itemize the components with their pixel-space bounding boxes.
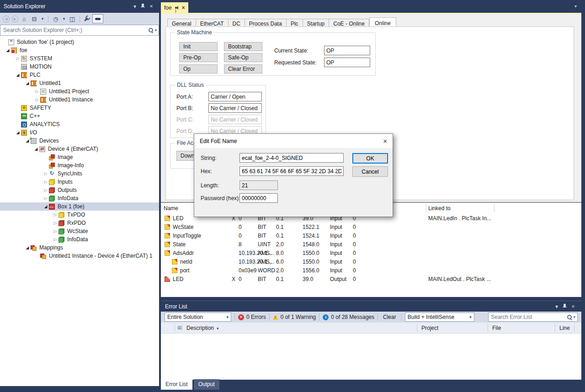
pending-changes-filter-icon[interactable]: ◷ [52, 15, 60, 23]
port-a-field[interactable] [208, 92, 262, 101]
forward-icon[interactable]: ▶ [11, 16, 18, 22]
tree-item[interactable]: ◢ Device 4 (EtherCAT) [0, 145, 159, 153]
tab-error-list[interactable]: Error List [161, 379, 192, 390]
document-tab-foe[interactable]: foe × [161, 2, 188, 13]
tree-item[interactable]: Untitled1 Instance - Device 4 (EtherCAT)… [0, 252, 159, 260]
tree-expander-icon[interactable]: ▷ [43, 180, 49, 184]
search-input[interactable] [0, 27, 148, 33]
error-search-input[interactable] [489, 314, 567, 320]
tree-expander-icon[interactable]: ◢ [33, 147, 39, 151]
close-icon[interactable]: × [569, 303, 577, 310]
source-filter-dropdown[interactable]: Build + IntelliSense ▾ [405, 313, 474, 322]
preview-selected-items-icon[interactable] [92, 14, 103, 23]
sync-with-active-document-icon[interactable]: ◫ [68, 15, 76, 23]
tree-item[interactable]: ▷ RxPDO [0, 219, 159, 227]
tree-item[interactable]: ▷ InfoData [0, 194, 159, 202]
column-separator[interactable] [426, 204, 426, 212]
hex-field[interactable] [239, 166, 344, 176]
collapse-all-icon[interactable]: ⊟ [30, 15, 38, 23]
tree-expander-icon[interactable]: ◢ [15, 73, 21, 77]
tree-expander-icon[interactable]: ◢ [43, 204, 49, 209]
tree-item[interactable]: ANALYTICS [0, 120, 159, 128]
window-position-icon[interactable]: ▾ [553, 303, 561, 310]
tree-expander-icon[interactable]: ▷ [43, 188, 49, 192]
password-field[interactable] [239, 193, 278, 203]
port-b-field[interactable] [208, 103, 262, 113]
tree-item[interactable]: ◢ I/O [0, 128, 159, 137]
tree-expander-icon[interactable]: ◢ [24, 81, 31, 85]
tree-expander-icon[interactable]: ▷ [43, 171, 49, 176]
tree-expander-icon[interactable]: ▷ [15, 56, 21, 61]
tree-expander-icon[interactable]: ▷ [34, 97, 40, 102]
tree-item[interactable]: ◢ Devices [0, 137, 159, 145]
tree-item[interactable]: ▷ TxPDO [0, 211, 159, 219]
tree-item[interactable]: ◢ Box 1 (foe) [0, 202, 159, 211]
tree-item[interactable]: Solution 'foe' (1 project) [0, 38, 159, 46]
file-column-header[interactable]: File [492, 325, 501, 331]
tree-expander-icon[interactable]: ▷ [52, 221, 58, 225]
tree-item[interactable]: ▷ WcState [0, 227, 159, 235]
clear-error-button[interactable]: Clear Error [224, 64, 262, 74]
search-dropdown-icon[interactable]: ▾ [154, 28, 157, 32]
tree-item[interactable]: ▷ SyncUnits [0, 170, 159, 178]
current-state-field[interactable] [324, 46, 370, 55]
clear-button[interactable]: Clear [381, 314, 398, 320]
tree-item[interactable]: ◢ foe [0, 46, 159, 54]
tree-item[interactable]: ▷ Untitled1 Project [0, 87, 159, 95]
tree-expander-icon[interactable]: ◢ [5, 48, 11, 53]
tree-item[interactable]: ▷ InfoData [0, 235, 159, 244]
variable-row[interactable]: netId 10.193.20.1... AMS... 6.0 1550.0 I… [161, 258, 581, 266]
requested-state-field[interactable] [324, 58, 370, 67]
tree-item[interactable]: C++ [0, 112, 159, 120]
name-column-header[interactable]: Name [164, 205, 178, 212]
cancel-button[interactable]: Cancel [352, 166, 388, 177]
project-column-header[interactable]: Project [421, 325, 438, 331]
tree-item[interactable]: ▷ Untitled1 Instance [0, 95, 159, 104]
column-separator[interactable] [494, 204, 495, 212]
variable-row[interactable]: InputToggle 0 BIT 0.1 1524.1 Input 0 [161, 232, 581, 240]
messages-filter-button[interactable]: i 0 of 28 Messages [323, 314, 374, 320]
tree-expander-icon[interactable]: ▷ [34, 89, 40, 94]
string-field[interactable] [239, 153, 344, 163]
variable-row[interactable]: LED X 0 BIT 0.1 39.0 Output 0 MAIN.LedOu… [161, 275, 581, 284]
line-column-header[interactable]: Line [559, 325, 570, 331]
op-button[interactable]: Op [179, 64, 218, 74]
search-icon[interactable] [567, 314, 572, 320]
variable-row[interactable]: AdsAddr 10.193.20.1... AMS... 8.0 1550.0… [161, 249, 581, 258]
tab-output[interactable]: Output [194, 379, 219, 390]
pin-icon[interactable] [562, 303, 568, 310]
close-icon[interactable]: × [147, 3, 155, 10]
tree-expander-icon[interactable]: ▷ [52, 229, 58, 233]
home-icon[interactable]: ⌂ [20, 15, 28, 23]
tree-item[interactable]: Image-Info [0, 161, 159, 170]
close-icon[interactable]: × [383, 137, 387, 145]
tree-item[interactable]: ◢ Untitled1 [0, 79, 159, 87]
tree-expander-icon[interactable]: ▷ [52, 212, 58, 217]
close-icon[interactable]: × [182, 5, 185, 11]
search-icon[interactable] [148, 27, 154, 33]
pin-icon[interactable] [175, 5, 179, 10]
warnings-filter-button[interactable]: 0 of 1 Warning [273, 314, 316, 320]
pin-icon[interactable] [140, 3, 146, 10]
tree-expander-icon[interactable]: ◢ [15, 130, 21, 135]
tree-item[interactable]: ◢ PLC [0, 71, 159, 79]
tree-expander-icon[interactable]: ▷ [52, 237, 58, 242]
category-sort-icon[interactable]: ▤ [177, 325, 181, 330]
safe-op-button[interactable]: Safe-Op [224, 53, 262, 62]
init-button[interactable]: Init [179, 42, 218, 51]
description-column-header[interactable]: Description▾ [186, 325, 219, 331]
variable-row[interactable]: WcState 0 BIT 0.1 1522.1 Input 0 [161, 223, 581, 232]
tree-expander-icon[interactable]: ▷ [43, 196, 49, 201]
ok-button[interactable]: OK [352, 153, 388, 164]
scope-filter-dropdown[interactable]: Entire Solution ▾ [165, 313, 231, 322]
tree-item[interactable]: Image [0, 153, 159, 161]
tree-expander-icon[interactable]: ◢ [24, 245, 31, 250]
tree-item[interactable]: ▷ Outputs [0, 186, 159, 194]
filter-dropdown-icon[interactable]: ▾ [62, 15, 66, 23]
variable-row[interactable]: port 0x03e9 WORD 2.0 1556.0 Input 0 [161, 266, 581, 275]
search-dropdown-icon[interactable]: ▾ [573, 315, 575, 319]
window-position-icon[interactable]: ▾ [131, 3, 139, 10]
collapse-all-dropdown-icon[interactable]: ▾ [40, 15, 45, 23]
bootstrap-button[interactable]: Bootstrap [224, 42, 262, 51]
variable-row[interactable]: State 8 UINT 2.0 1548.0 Input 0 [161, 240, 581, 249]
